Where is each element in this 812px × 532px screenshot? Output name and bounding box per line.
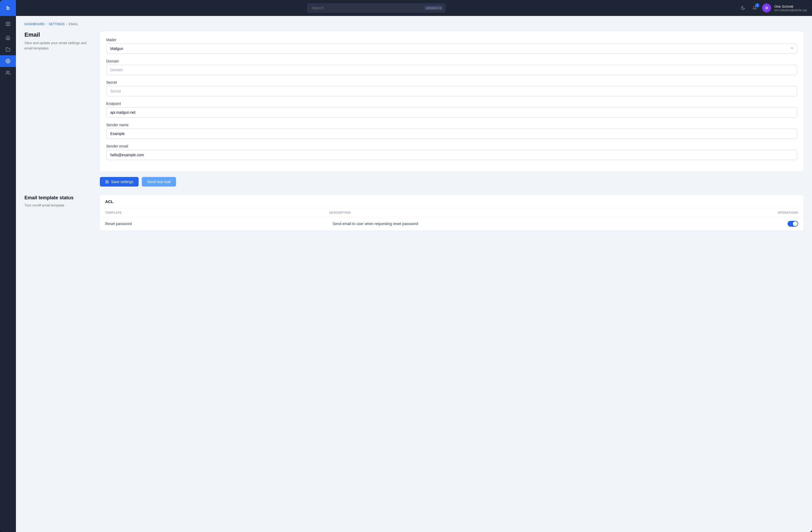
- search-container: ctrl/cmd + k: [307, 3, 445, 13]
- user-name: Orie Schmitt: [774, 4, 807, 9]
- svg-rect-0: [5, 22, 10, 23]
- main-wrapper: ctrl/cmd + k 0 O Orie Schmitt: [16, 0, 812, 532]
- breadcrumb-settings[interactable]: SETTINGS: [48, 22, 64, 26]
- sender-name-label: Sender name: [106, 123, 797, 127]
- col-header-operations: OPERATIONS: [778, 211, 798, 214]
- domain-group: Domain: [106, 59, 797, 75]
- col-header-description: DESCRIPTION: [329, 211, 778, 214]
- notifications-button[interactable]: 0: [750, 4, 759, 12]
- save-settings-button[interactable]: Save settings: [100, 177, 139, 186]
- sender-email-input[interactable]: [106, 150, 797, 160]
- table-card-title: ACL: [100, 195, 803, 208]
- sidebar-nav: [0, 32, 16, 79]
- sender-email-label: Sender email: [106, 144, 797, 148]
- endpoint-group: Endpoint: [106, 101, 797, 117]
- hamburger-menu-icon[interactable]: [0, 18, 16, 30]
- search-shortcut: ctrl/cmd + k: [424, 6, 443, 10]
- endpoint-label: Endpoint: [106, 101, 797, 106]
- page-sidebar-info: Email View and update your email setting…: [25, 31, 93, 51]
- sidebar-item-settings[interactable]: [0, 55, 16, 67]
- table-row: Reset password Send email to user when r…: [100, 217, 803, 230]
- mailer-label: Mailer: [106, 38, 797, 42]
- template-status-sidebar: Email template status Turn on/off email …: [25, 195, 93, 208]
- sender-name-input[interactable]: [106, 129, 797, 139]
- sidebar-item-home[interactable]: [0, 32, 16, 44]
- secret-input[interactable]: [106, 86, 797, 96]
- col-header-template: TEMPLATE: [105, 211, 329, 214]
- page-title: Email: [25, 31, 93, 38]
- action-buttons-row: Save settings Send test mail: [100, 177, 803, 186]
- user-email: orn.celestino@ritchie.org: [774, 9, 807, 12]
- app-logo[interactable]: b: [0, 0, 16, 16]
- breadcrumb-dashboard[interactable]: DASHBOARD: [25, 22, 45, 26]
- send-test-mail-button[interactable]: Send test mail: [142, 177, 176, 186]
- user-info: Orie Schmitt orn.celestino@ritchie.org: [774, 4, 807, 12]
- mailer-select[interactable]: Mailgun SMTP Sendgrid: [106, 44, 797, 54]
- notification-badge: 0: [755, 3, 759, 8]
- template-name-cell: Reset password: [105, 222, 333, 226]
- breadcrumb: DASHBOARD / SETTINGS / EMAIL: [25, 22, 803, 26]
- svg-point-4: [6, 71, 8, 72]
- template-desc-cell: Send email to user when requesting reset…: [333, 222, 787, 226]
- mailer-group: Mailer Mailgun SMTP Sendgrid: [106, 38, 797, 54]
- breadcrumb-sep-2: /: [66, 22, 67, 26]
- avatar[interactable]: O: [762, 3, 771, 13]
- svg-rect-2: [5, 25, 10, 26]
- svg-point-3: [8, 60, 9, 62]
- breadcrumb-email: EMAIL: [69, 22, 78, 26]
- mailer-select-wrapper: Mailgun SMTP Sendgrid: [106, 44, 797, 54]
- template-table-card: ACL TEMPLATE DESCRIPTION OPERATIONS Rese…: [100, 195, 803, 230]
- content-area: DASHBOARD / SETTINGS / EMAIL Email View …: [16, 16, 812, 532]
- template-toggle[interactable]: [787, 221, 798, 227]
- page-description: View and update your email settings and …: [25, 40, 93, 51]
- dark-mode-toggle[interactable]: [739, 4, 747, 12]
- table-column-headers: TEMPLATE DESCRIPTION OPERATIONS: [100, 208, 803, 217]
- sender-name-group: Sender name: [106, 123, 797, 139]
- topbar-actions: 0 O Orie Schmitt orn.celestino@ritchie.o…: [739, 3, 807, 13]
- template-status-section: Email template status Turn on/off email …: [25, 195, 803, 230]
- domain-input[interactable]: [106, 65, 797, 75]
- svg-rect-1: [5, 24, 10, 24]
- save-icon: [105, 180, 109, 184]
- sidebar-item-users[interactable]: [0, 67, 16, 79]
- email-settings-card: Mailer Mailgun SMTP Sendgrid: [100, 31, 803, 172]
- secret-label: Secret: [106, 80, 797, 84]
- sidebar: b: [0, 0, 16, 532]
- template-status-desc: Turn on/off email template: [25, 203, 93, 208]
- template-status-title: Email template status: [25, 195, 93, 201]
- secret-group: Secret: [106, 80, 797, 96]
- breadcrumb-sep-1: /: [46, 22, 47, 26]
- page-layout: Email View and update your email setting…: [25, 31, 803, 172]
- domain-label: Domain: [106, 59, 797, 63]
- sender-email-group: Sender email: [106, 144, 797, 160]
- endpoint-input[interactable]: [106, 107, 797, 117]
- sidebar-item-files[interactable]: [0, 44, 16, 55]
- topbar: ctrl/cmd + k 0 O Orie Schmitt: [16, 0, 812, 16]
